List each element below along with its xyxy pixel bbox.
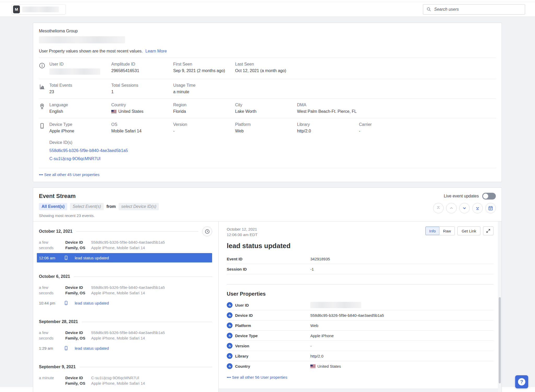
usage-row: Total Events 23 Total Sessions 1 Usage T…	[39, 79, 496, 98]
expand-icon	[486, 229, 491, 233]
event-row[interactable]: 1:29 am lead status updated	[37, 343, 212, 353]
event-title: lead status updated	[227, 237, 493, 254]
search-input[interactable]	[434, 7, 522, 12]
field-city: City Lake Worth	[235, 103, 297, 114]
session-device-id: 558d6c95-b326-5f9e-b840-4ae3aed5b1a5	[91, 239, 212, 245]
device-event-icon	[63, 255, 69, 260]
amplitude-property-icon	[227, 312, 232, 318]
event-detail-panel: October 12, 2021 12:06:00 am EDT Info Ra…	[219, 221, 502, 392]
expand-button[interactable]	[483, 226, 493, 235]
user-property-row: Device Type Apple iPhone	[227, 331, 493, 341]
amplitude-property-icon	[227, 363, 232, 369]
field-library: Library http/2.0	[297, 122, 359, 133]
question-mark-icon: ?	[518, 378, 525, 385]
session-family-os: Apple iPhone, Mobile Safari 14	[91, 381, 212, 386]
get-link-button[interactable]: Get Link	[457, 226, 480, 235]
field-country: Country United States	[111, 103, 173, 114]
field-user-id: User ID	[49, 62, 111, 75]
learn-more-link[interactable]: Learn More	[146, 49, 167, 53]
group-divider	[76, 231, 198, 232]
clock-icon	[205, 229, 210, 234]
session-duration: a few seconds	[39, 285, 65, 296]
event-row[interactable]: 1:46 pm pageview	[37, 389, 212, 392]
select-device-ids-filter[interactable]: select Device ID(s)	[119, 203, 159, 210]
from-label: from	[107, 204, 116, 209]
phone-icon	[39, 122, 49, 133]
us-flag-icon	[111, 110, 117, 113]
group-date: October 12, 2021	[39, 229, 72, 234]
field-device-type: Device Type Apple iPhone	[49, 122, 111, 133]
location-row: Language English Country United States R…	[39, 98, 496, 118]
info-raw-segmented-control: Info Raw	[425, 226, 455, 235]
device-event-icon	[63, 346, 69, 351]
device-id-label: Device ID	[65, 285, 91, 290]
device-id-label: Device ID	[65, 375, 91, 381]
device-id-label: Device ID	[65, 330, 91, 335]
session-family-os: Apple iPhone, Mobile Safari 14	[91, 245, 212, 250]
family-os-label: Family, OS	[65, 245, 91, 250]
see-all-user-properties-link[interactable]: ••• See all other 45 User properties	[39, 172, 100, 177]
device-id-label: Device ID	[65, 239, 91, 245]
select-events-filter[interactable]: Select Event(s)	[70, 203, 103, 210]
field-total-sessions: Total Sessions 1	[111, 83, 173, 94]
user-id-value-redacted	[49, 68, 100, 75]
help-button[interactable]: ?	[515, 375, 528, 388]
properties-note: User Property values shown are the most …	[39, 43, 496, 58]
chevron-up-icon	[449, 205, 454, 211]
timeline-group: October 12, 2021 a few seconds Device ID…	[39, 221, 212, 267]
all-events-filter[interactable]: All Event(s)	[39, 203, 67, 210]
org-switcher[interactable]: M	[11, 4, 66, 15]
detail-scrollbar-thumb[interactable]	[499, 297, 501, 383]
live-updates-toggle[interactable]	[482, 193, 496, 200]
event-row[interactable]: 10:44 pm lead status updated	[37, 298, 212, 308]
family-os-label: Family, OS	[65, 381, 91, 386]
event-row-selected[interactable]: 12:06 am lead status updated	[37, 253, 212, 262]
raw-tab[interactable]: Raw	[439, 227, 455, 235]
timeline-group: September 28, 2021 a few seconds Device …	[39, 312, 212, 357]
family-os-label: Family, OS	[65, 335, 91, 341]
device-id-link[interactable]: 558d6c95-b326-5f9e-b840-4ae3aed5b1a5	[49, 148, 496, 153]
group-date: September 9, 2021	[39, 365, 76, 369]
event-timeline-panel: October 12, 2021 a few seconds Device ID…	[33, 221, 219, 392]
location-pin-icon	[39, 103, 49, 114]
field-carrier: Carrier -	[359, 122, 421, 133]
timeline-group: October 6, 2021 a few seconds Device ID …	[39, 267, 212, 312]
info-tab[interactable]: Info	[426, 227, 439, 235]
device-id-link[interactable]: C-su1Ujcsg-9O6qcMNR7Ul	[49, 156, 496, 161]
scroll-to-bottom-button[interactable]	[472, 203, 483, 213]
jump-to-time-button[interactable]	[202, 226, 212, 236]
search-icon	[426, 7, 431, 12]
session-duration: a few seconds	[39, 239, 65, 250]
user-search[interactable]	[423, 4, 525, 15]
field-language: Language English	[49, 103, 111, 114]
event-name-link[interactable]: pageview	[75, 391, 91, 392]
group-divider	[74, 277, 212, 277]
field-region: Region Florida	[173, 103, 235, 114]
us-flag-icon	[310, 365, 316, 368]
field-platform: Platform Web	[235, 122, 297, 133]
session-device-id: 558d6c95-b326-5f9e-b840-4ae3aed5b1a5	[91, 285, 212, 290]
user-property-row: Version -	[227, 341, 493, 351]
live-updates-label: Live event updates	[444, 194, 479, 198]
calendar-button[interactable]	[485, 203, 496, 213]
showing-events-text: Showing most recent 23 events.	[39, 210, 159, 221]
event-time: 12:06 am	[39, 256, 63, 260]
event-name-link[interactable]: lead status updated	[75, 301, 109, 305]
event-name-link[interactable]: lead status updated	[75, 256, 109, 260]
user-property-row: User ID	[227, 300, 493, 310]
see-all-row: ••• See all other 45 User properties	[39, 168, 496, 182]
device-event-icon	[63, 300, 69, 306]
bar-chart-icon	[39, 83, 49, 94]
see-all-event-user-properties-link[interactable]: ••• See all other 56 User properties	[227, 375, 287, 379]
scroll-to-top-button[interactable]	[433, 203, 444, 213]
event-name-link[interactable]: lead status updated	[75, 346, 109, 350]
scroll-down-button[interactable]	[459, 203, 470, 213]
group-date: September 28, 2021	[39, 319, 78, 324]
event-timestamp: October 12, 2021 12:06:00 am EDT	[227, 226, 258, 237]
see-all-row: ••• See all other 56 User properties	[227, 371, 493, 385]
identity-row: User ID Amplitude ID 296585416531 First …	[39, 58, 496, 79]
amplitude-property-icon	[227, 353, 232, 359]
scroll-up-button[interactable]	[446, 203, 457, 213]
session-family-os: Apple iPhone, Mobile Safari 14	[91, 335, 212, 341]
user-properties-title: User Properties	[227, 284, 493, 300]
